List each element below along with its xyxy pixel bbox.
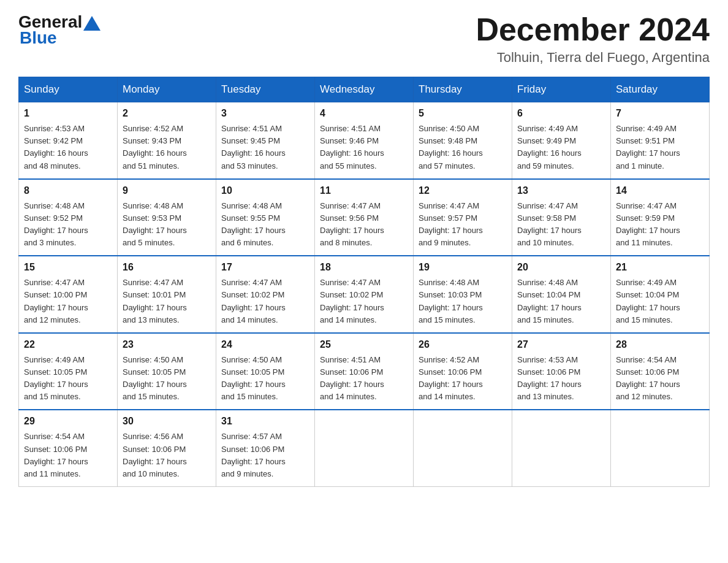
day-number: 8 [24, 183, 112, 198]
calendar-day-cell: 27Sunrise: 4:53 AM Sunset: 10:06 PM Dayl… [512, 333, 611, 410]
calendar-day-cell: 18Sunrise: 4:47 AM Sunset: 10:02 PM Dayl… [315, 256, 414, 333]
day-info: Sunrise: 4:47 AM Sunset: 10:02 PM Daylig… [221, 277, 309, 326]
day-info: Sunrise: 4:48 AM Sunset: 9:52 PM Dayligh… [24, 200, 112, 250]
calendar-day-cell: 5Sunrise: 4:50 AM Sunset: 9:48 PM Daylig… [414, 102, 512, 179]
calendar-body: 1Sunrise: 4:53 AM Sunset: 9:42 PM Daylig… [19, 102, 710, 487]
day-number: 5 [419, 106, 507, 121]
day-number: 10 [221, 183, 309, 198]
day-number: 30 [123, 414, 211, 429]
day-number: 21 [616, 260, 704, 275]
calendar-day-cell [512, 410, 611, 486]
calendar-day-cell: 14Sunrise: 4:47 AM Sunset: 9:59 PM Dayli… [611, 179, 710, 256]
title-block: December 2024 Tolhuin, Tierra del Fuego,… [476, 12, 710, 66]
day-info: Sunrise: 4:53 AM Sunset: 10:06 PM Daylig… [517, 354, 605, 404]
month-title: December 2024 [476, 12, 710, 47]
calendar-day-cell [414, 410, 512, 486]
day-info: Sunrise: 4:49 AM Sunset: 9:51 PM Dayligh… [616, 123, 704, 172]
day-number: 27 [517, 337, 605, 352]
calendar-week-row: 22Sunrise: 4:49 AM Sunset: 10:05 PM Dayl… [19, 333, 710, 410]
calendar-week-row: 29Sunrise: 4:54 AM Sunset: 10:06 PM Dayl… [19, 410, 710, 486]
weekday-header-row: SundayMondayTuesdayWednesdayThursdayFrid… [19, 77, 710, 102]
calendar-day-cell: 12Sunrise: 4:47 AM Sunset: 9:57 PM Dayli… [414, 179, 512, 256]
weekday-header: Monday [118, 77, 216, 102]
calendar-day-cell: 9Sunrise: 4:48 AM Sunset: 9:53 PM Daylig… [118, 179, 216, 256]
day-info: Sunrise: 4:50 AM Sunset: 9:48 PM Dayligh… [419, 123, 507, 172]
calendar-day-cell: 6Sunrise: 4:49 AM Sunset: 9:49 PM Daylig… [512, 102, 611, 179]
calendar-day-cell [315, 410, 414, 486]
day-number: 28 [616, 337, 704, 352]
day-number: 16 [123, 260, 211, 275]
day-number: 4 [320, 106, 408, 121]
day-info: Sunrise: 4:54 AM Sunset: 10:06 PM Daylig… [616, 354, 704, 404]
day-info: Sunrise: 4:48 AM Sunset: 10:04 PM Daylig… [517, 277, 605, 326]
day-info: Sunrise: 4:51 AM Sunset: 9:46 PM Dayligh… [320, 123, 408, 172]
weekday-header: Tuesday [216, 77, 315, 102]
day-info: Sunrise: 4:50 AM Sunset: 10:05 PM Daylig… [221, 354, 309, 404]
day-info: Sunrise: 4:51 AM Sunset: 9:45 PM Dayligh… [221, 123, 309, 172]
calendar-week-row: 8Sunrise: 4:48 AM Sunset: 9:52 PM Daylig… [19, 179, 710, 256]
calendar-day-cell: 10Sunrise: 4:48 AM Sunset: 9:55 PM Dayli… [216, 179, 315, 256]
day-number: 18 [320, 260, 408, 275]
page-header: General Blue December 2024 Tolhuin, Tier… [18, 12, 710, 66]
day-number: 31 [221, 414, 309, 429]
logo-triangle-icon [83, 16, 100, 31]
calendar-day-cell: 25Sunrise: 4:51 AM Sunset: 10:06 PM Dayl… [315, 333, 414, 410]
calendar-day-cell: 30Sunrise: 4:56 AM Sunset: 10:06 PM Dayl… [118, 410, 216, 486]
day-number: 26 [419, 337, 507, 352]
weekday-header: Thursday [414, 77, 512, 102]
calendar-day-cell: 1Sunrise: 4:53 AM Sunset: 9:42 PM Daylig… [19, 102, 118, 179]
day-number: 2 [123, 106, 211, 121]
day-info: Sunrise: 4:51 AM Sunset: 10:06 PM Daylig… [320, 354, 408, 404]
calendar-week-row: 15Sunrise: 4:47 AM Sunset: 10:00 PM Dayl… [19, 256, 710, 333]
day-info: Sunrise: 4:47 AM Sunset: 10:00 PM Daylig… [24, 277, 112, 326]
day-info: Sunrise: 4:54 AM Sunset: 10:06 PM Daylig… [24, 431, 112, 480]
day-info: Sunrise: 4:50 AM Sunset: 10:05 PM Daylig… [123, 354, 211, 404]
day-number: 1 [24, 106, 112, 121]
calendar-week-row: 1Sunrise: 4:53 AM Sunset: 9:42 PM Daylig… [19, 102, 710, 179]
logo-block: General Blue [18, 12, 100, 48]
logo: General Blue [18, 12, 100, 48]
location-text: Tolhuin, Tierra del Fuego, Argentina [476, 50, 710, 66]
calendar-day-cell: 26Sunrise: 4:52 AM Sunset: 10:06 PM Dayl… [414, 333, 512, 410]
day-info: Sunrise: 4:47 AM Sunset: 10:02 PM Daylig… [320, 277, 408, 326]
day-number: 29 [24, 414, 112, 429]
day-info: Sunrise: 4:57 AM Sunset: 10:06 PM Daylig… [221, 431, 309, 480]
calendar-day-cell: 2Sunrise: 4:52 AM Sunset: 9:43 PM Daylig… [118, 102, 216, 179]
day-number: 14 [616, 183, 704, 198]
day-info: Sunrise: 4:48 AM Sunset: 9:53 PM Dayligh… [123, 200, 211, 250]
day-number: 12 [419, 183, 507, 198]
day-info: Sunrise: 4:56 AM Sunset: 10:06 PM Daylig… [123, 431, 211, 480]
calendar-day-cell [611, 410, 710, 486]
day-number: 24 [221, 337, 309, 352]
calendar-day-cell: 17Sunrise: 4:47 AM Sunset: 10:02 PM Dayl… [216, 256, 315, 333]
day-info: Sunrise: 4:47 AM Sunset: 9:57 PM Dayligh… [419, 200, 507, 250]
calendar-day-cell: 16Sunrise: 4:47 AM Sunset: 10:01 PM Dayl… [118, 256, 216, 333]
day-info: Sunrise: 4:49 AM Sunset: 10:05 PM Daylig… [24, 354, 112, 404]
calendar-day-cell: 3Sunrise: 4:51 AM Sunset: 9:45 PM Daylig… [216, 102, 315, 179]
day-info: Sunrise: 4:48 AM Sunset: 9:55 PM Dayligh… [221, 200, 309, 250]
day-info: Sunrise: 4:52 AM Sunset: 9:43 PM Dayligh… [123, 123, 211, 172]
day-info: Sunrise: 4:49 AM Sunset: 10:04 PM Daylig… [616, 277, 704, 326]
weekday-header: Friday [512, 77, 611, 102]
day-number: 9 [123, 183, 211, 198]
day-number: 7 [616, 106, 704, 121]
day-info: Sunrise: 4:47 AM Sunset: 9:59 PM Dayligh… [616, 200, 704, 250]
day-number: 15 [24, 260, 112, 275]
calendar-day-cell: 4Sunrise: 4:51 AM Sunset: 9:46 PM Daylig… [315, 102, 414, 179]
calendar-day-cell: 21Sunrise: 4:49 AM Sunset: 10:04 PM Dayl… [611, 256, 710, 333]
day-info: Sunrise: 4:53 AM Sunset: 9:42 PM Dayligh… [24, 123, 112, 172]
day-info: Sunrise: 4:47 AM Sunset: 10:01 PM Daylig… [123, 277, 211, 326]
day-number: 22 [24, 337, 112, 352]
day-number: 25 [320, 337, 408, 352]
day-info: Sunrise: 4:47 AM Sunset: 9:56 PM Dayligh… [320, 200, 408, 250]
calendar-day-cell: 15Sunrise: 4:47 AM Sunset: 10:00 PM Dayl… [19, 256, 118, 333]
calendar-day-cell: 31Sunrise: 4:57 AM Sunset: 10:06 PM Dayl… [216, 410, 315, 486]
calendar-table: SundayMondayTuesdayWednesdayThursdayFrid… [18, 77, 710, 487]
calendar-day-cell: 19Sunrise: 4:48 AM Sunset: 10:03 PM Dayl… [414, 256, 512, 333]
day-number: 19 [419, 260, 507, 275]
day-number: 6 [517, 106, 605, 121]
calendar-day-cell: 8Sunrise: 4:48 AM Sunset: 9:52 PM Daylig… [19, 179, 118, 256]
day-number: 23 [123, 337, 211, 352]
calendar-header: SundayMondayTuesdayWednesdayThursdayFrid… [19, 77, 710, 102]
calendar-day-cell: 28Sunrise: 4:54 AM Sunset: 10:06 PM Dayl… [611, 333, 710, 410]
